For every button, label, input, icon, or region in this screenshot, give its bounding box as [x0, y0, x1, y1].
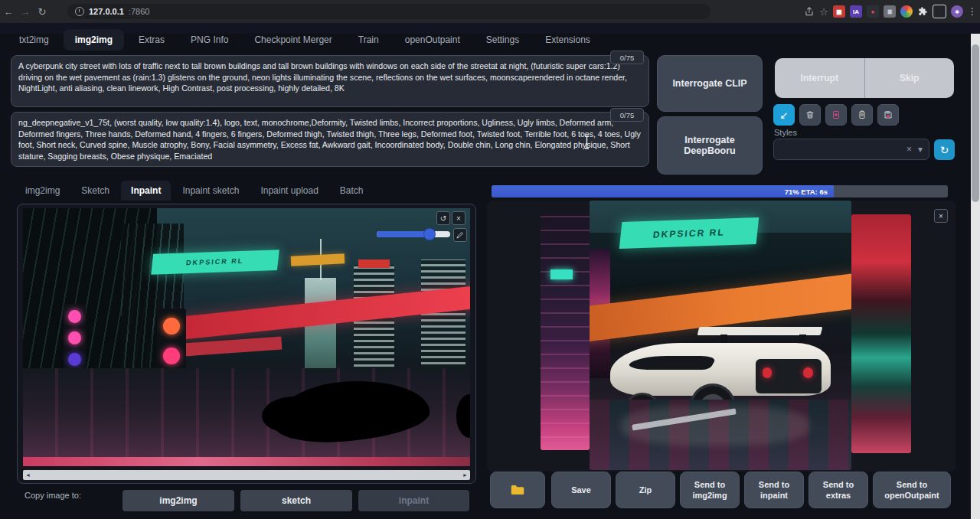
send-to-extras-button[interactable]: Send to extras — [808, 472, 868, 508]
send-to-openoutpaint-button[interactable]: Send to openOutpaint — [873, 472, 951, 508]
extra-networks-card-icon[interactable] — [825, 104, 847, 126]
styles-clear-icon[interactable]: × — [906, 144, 912, 155]
profile-avatar[interactable]: ∗ — [951, 5, 963, 18]
styles-dropdown[interactable]: × ▾ — [773, 139, 929, 160]
extension-icon-red[interactable]: ▦ — [833, 5, 845, 18]
save-style-floppy-icon[interactable] — [877, 104, 899, 126]
gallery-image-main[interactable]: DKPSICR RL — [590, 201, 851, 470]
zip-button[interactable]: Zip — [616, 472, 675, 508]
tab-settings[interactable]: Settings — [475, 29, 531, 51]
neon-sign-orange — [291, 253, 345, 266]
traffic-bulb — [163, 318, 180, 335]
subtab-inpaint-upload[interactable]: Inpaint upload — [250, 181, 328, 201]
canvas-horizontal-scrollbar[interactable]: ◄ ► — [23, 470, 470, 480]
generation-control-group: Interrupt Skip — [775, 58, 954, 98]
prompt-tool-row: ↙ — [773, 104, 899, 126]
page-scrollbar[interactable] — [971, 34, 980, 519]
negative-prompt-input[interactable]: ng_deepnegative_v1_75t, (worst quality, … — [11, 112, 649, 167]
tab-extensions[interactable]: Extensions — [534, 29, 602, 51]
traffic-light-left — [64, 304, 86, 373]
road-neon-reflection-band — [23, 457, 470, 466]
brush-size-slider[interactable] — [377, 231, 450, 237]
text-cursor — [583, 135, 590, 149]
paste-params-icon[interactable]: ↙ — [773, 104, 795, 126]
apply-styles-clipboard-icon[interactable] — [851, 104, 873, 126]
inpaint-mask-stroke-tail — [262, 397, 315, 432]
undo-icon[interactable]: ↺ — [436, 211, 450, 225]
prompt-input[interactable]: A cyberpunk city street with lots of tra… — [11, 55, 649, 107]
folder-icon — [511, 485, 524, 495]
copy-to-img2img-button[interactable]: img2img — [122, 490, 234, 511]
red-sign-small — [184, 336, 283, 356]
tab-png-info[interactable]: PNG Info — [179, 29, 240, 51]
extension-icon-diamond[interactable] — [900, 5, 913, 18]
subtab-img2img[interactable]: img2img — [15, 181, 70, 201]
skip-button[interactable]: Skip — [865, 58, 955, 98]
clear-prompt-trash-icon[interactable] — [799, 104, 821, 126]
progress-fill: 71% ETA: 6s — [492, 185, 834, 197]
address-bar[interactable]: 127.0.0.1 :7860 — [67, 4, 710, 19]
copy-to-sketch-button[interactable]: sketch — [240, 490, 352, 511]
traffic-light-right — [157, 308, 186, 373]
share-icon[interactable] — [804, 6, 815, 17]
traffic-bulb — [68, 331, 81, 344]
tab-train[interactable]: Train — [347, 29, 390, 51]
chevron-down-icon[interactable]: ▾ — [918, 144, 923, 155]
scroll-left-arrow-icon[interactable]: ◄ — [25, 472, 31, 478]
copy-to-inpaint-button: inpaint — [358, 490, 469, 511]
scroll-right-arrow-icon[interactable]: ► — [462, 472, 468, 478]
send-to-inpaint-button[interactable]: Send to inpaint — [744, 472, 804, 508]
page-scrollbar-thumb[interactable] — [972, 44, 979, 202]
browser-menu-icon[interactable]: ⋮ — [968, 6, 977, 17]
interrogate-deepbooru-button[interactable]: Interrogate DeepBooru — [657, 116, 763, 175]
extension-icon-badge[interactable]: ● — [867, 5, 879, 18]
car-window — [626, 356, 717, 370]
interrogate-clip-button[interactable]: Interrogate CLIP — [657, 55, 763, 112]
bookmark-star-icon[interactable]: ☆ — [819, 6, 828, 18]
mini-neon-sign — [550, 269, 573, 279]
app-window: ← → ↻ 127.0.0.1 :7860 ☆ ▦ IA ● ≣ ∗ ⋮ txt… — [0, 0, 980, 519]
browser-chrome: ← → ↻ 127.0.0.1 :7860 ☆ ▦ IA ● ≣ ∗ ⋮ — [0, 0, 980, 23]
forward-button[interactable]: → — [17, 6, 34, 18]
main-tab-bar: txt2img img2img Extras PNG Info Checkpoi… — [8, 29, 602, 51]
brush-size-slider-fill — [377, 231, 428, 237]
clear-image-close-icon[interactable]: × — [452, 211, 466, 225]
extension-icon-doc[interactable]: ≣ — [884, 5, 896, 18]
brush-color-pencil-icon[interactable] — [453, 228, 467, 242]
browser-toolbar-right: ☆ ▦ IA ● ≣ ∗ ⋮ — [804, 0, 977, 23]
subtab-sketch[interactable]: Sketch — [71, 181, 119, 201]
reload-button[interactable]: ↻ — [34, 6, 51, 18]
traffic-bulb — [68, 310, 81, 323]
negative-prompt-token-counter: 0/75 — [610, 108, 644, 122]
back-button[interactable]: ← — [0, 6, 17, 18]
send-to-img2img-button[interactable]: Send to img2img — [680, 472, 740, 508]
subtab-inpaint-sketch[interactable]: Inpaint sketch — [172, 181, 249, 201]
car-rear-panel — [756, 359, 822, 393]
generation-progress-bar: 71% ETA: 6s — [492, 185, 948, 197]
car-tail-light — [763, 367, 773, 377]
interrupt-button[interactable]: Interrupt — [775, 58, 864, 98]
extension-icon-frame[interactable] — [933, 5, 946, 18]
brush-size-slider-handle[interactable] — [424, 229, 435, 240]
page-info-icon[interactable] — [75, 7, 84, 16]
subtab-batch[interactable]: Batch — [330, 181, 374, 201]
open-folder-button[interactable] — [490, 472, 545, 508]
subtab-inpaint[interactable]: Inpaint — [121, 181, 171, 201]
tower-red-sign — [358, 260, 390, 267]
url-port: :7860 — [129, 7, 150, 16]
tab-openoutpaint[interactable]: openOutpaint — [394, 29, 472, 51]
tab-txt2img[interactable]: txt2img — [8, 29, 60, 51]
save-button[interactable]: Save — [551, 472, 611, 508]
gallery-image-left[interactable] — [541, 213, 590, 450]
inpaint-editor-panel: DKPSICR RL ↺ × — [17, 204, 476, 484]
extensions-puzzle-icon[interactable] — [917, 6, 928, 17]
gallery-image-right[interactable] — [851, 214, 911, 453]
gallery-close-icon[interactable]: × — [934, 209, 948, 223]
tab-extras[interactable]: Extras — [127, 29, 176, 51]
extension-icon-ia[interactable]: IA — [850, 5, 862, 18]
inpaint-canvas[interactable]: DKPSICR RL ↺ × — [23, 208, 470, 466]
tab-img2img[interactable]: img2img — [64, 29, 124, 51]
refresh-styles-button[interactable]: ↻ — [934, 139, 955, 160]
img2img-mode-tab-bar: img2img Sketch Inpaint Inpaint sketch In… — [15, 181, 374, 201]
tab-checkpoint-merger[interactable]: Checkpoint Merger — [243, 29, 343, 51]
